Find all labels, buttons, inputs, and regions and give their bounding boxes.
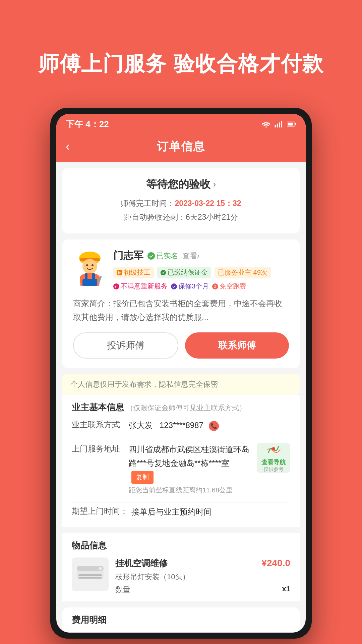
hero-section: 师傅上门服务 验收合格才付款	[0, 0, 362, 108]
fee-title: 费用明细	[72, 614, 290, 626]
owner-info-subtitle: （仅限保证金师傅可见业主联系方式）	[126, 404, 246, 412]
completion-time: 2023-03-22 15：32	[175, 199, 241, 208]
tag-level: 技 初级技工	[113, 267, 154, 278]
status-icons	[261, 121, 296, 127]
item-image	[72, 557, 109, 591]
svg-point-11	[86, 264, 88, 266]
privacy-notice: 个人信息仅用于发布需求，隐私信息完全保密	[62, 374, 300, 395]
contact-phone: 123****8987	[160, 421, 203, 430]
quantity-value: x1	[282, 585, 290, 593]
item-quantity: 数量 x1	[115, 585, 290, 595]
svg-rect-15	[82, 279, 97, 286]
contact-row: 业主联系方式 张大发 123****8987 📞	[72, 419, 290, 432]
item-details: 挂机空调维修 ¥240.0 枝形吊灯安装（10头） 数量 x1	[115, 557, 290, 595]
svg-rect-31	[78, 577, 102, 579]
battery-icon	[287, 121, 296, 127]
owner-info-section: 业主基本信息 （仅限保证金师傅可见业主联系方式） 业主联系方式 张大发 123*…	[62, 395, 300, 527]
complaint-button[interactable]: 投诉师傅	[73, 332, 178, 359]
item-sub: 枝形吊灯安装（10头）	[115, 572, 290, 582]
tech-name: 门志军	[113, 249, 143, 263]
badge-free-trip: ⊘ 免空跑费	[212, 282, 246, 291]
fee-section: 费用明细	[62, 607, 300, 633]
badge-warranty: 保修3个月	[171, 282, 209, 291]
distance-text: 距您当前坐标直线距离约11.68公里	[129, 486, 249, 495]
svg-rect-1	[275, 125, 276, 128]
tech-tags: 技 初级技工 已缴纳保证金 已服务业主 49次	[113, 267, 289, 278]
tech-badges: ♥ 不满意重新服务 保修3个月 ⊘ 免空跑费	[113, 282, 289, 291]
header-title: 订单信息	[157, 139, 205, 154]
expected-time-row: 期望上门时间： 接单后与业主预约时间	[72, 505, 290, 519]
tech-info: 门志军 已实名 查看› 技 初级技工	[113, 249, 289, 291]
contact-name: 张大发	[129, 421, 153, 430]
svg-text:⊘: ⊘	[214, 284, 217, 288]
address-text: 四川省成都市武侯区桂溪街道环岛路***号复地金融岛**栋****室 复制	[129, 443, 249, 484]
contact-value: 张大发 123****8987 📞	[129, 419, 290, 432]
svg-rect-4	[281, 121, 282, 127]
svg-point-20	[161, 270, 166, 275]
address-label: 上门服务地址	[72, 443, 125, 454]
technician-card: 门志军 已实名 查看› 技 初级技工	[62, 239, 300, 368]
address-row: 上门服务地址 四川省成都市武侯区桂溪街道环岛路***号复地金融岛**栋****室…	[72, 443, 290, 495]
view-link[interactable]: 查看›	[182, 251, 199, 261]
acceptance-title[interactable]: 等待您的验收 ›	[73, 177, 289, 192]
expected-time-value: 接单后与业主预约时间	[131, 505, 290, 519]
items-section: 物品信息 挂机空调维修 ¥240.0	[62, 533, 300, 601]
svg-rect-30	[78, 574, 102, 576]
tech-description: 商家简介：报价已包含安装书柜的全套费用，中途不会再收取其他费用，请放心选择我的优…	[73, 297, 289, 324]
phone-icon[interactable]: 📞	[209, 421, 219, 431]
map-icon	[265, 443, 282, 456]
owner-info-title: 业主基本信息 （仅限保证金师傅可见业主联系方式）	[72, 401, 290, 413]
svg-rect-3	[279, 122, 280, 127]
avatar	[73, 249, 107, 286]
tech-buttons: 投诉师傅 联系师傅	[73, 332, 289, 359]
badge-redo: ♥ 不满意重新服务	[113, 282, 168, 291]
svg-rect-7	[288, 123, 293, 126]
svg-point-0	[265, 126, 267, 127]
copy-button[interactable]: 复制	[131, 471, 154, 484]
expected-time-label: 期望上门时间：	[72, 505, 128, 517]
item-row: 挂机空调维修 ¥240.0 枝形吊灯安装（10头） 数量 x1	[72, 557, 290, 595]
wifi-icon	[261, 121, 271, 127]
svg-point-12	[92, 264, 94, 266]
map-preview[interactable]: 查看导航 仅供参考	[257, 443, 290, 473]
status-bar: 下午 4：22	[56, 114, 306, 133]
items-title: 物品信息	[72, 540, 290, 551]
back-button[interactable]: ‹	[66, 140, 70, 154]
svg-text:技: 技	[117, 271, 121, 275]
verified-badge: 已实名	[147, 251, 178, 261]
phone-mockup: 下午 4：22	[50, 108, 312, 639]
ac-unit-icon	[75, 564, 105, 584]
divider-2	[72, 502, 290, 502]
tag-service-count: 已服务业主 49次	[215, 267, 271, 278]
app-header: ‹ 订单信息	[56, 133, 306, 162]
item-price: ¥240.0	[261, 558, 290, 569]
svg-text:♥: ♥	[115, 285, 117, 288]
contact-button[interactable]: 联系师傅	[185, 332, 289, 359]
svg-point-32	[99, 567, 102, 570]
acceptance-card: 等待您的验收 › 师傅完工时间：2023-03-22 15：32 距自动验收还剩…	[62, 168, 300, 234]
countdown-text: 距自动验收还剩：6天23小时21分	[124, 213, 238, 221]
svg-point-17	[147, 252, 155, 260]
svg-rect-6	[295, 123, 296, 125]
svg-rect-2	[277, 124, 278, 127]
svg-point-23	[171, 283, 177, 289]
contact-label: 业主联系方式	[72, 419, 125, 430]
svg-point-10	[82, 259, 97, 274]
item-name: 挂机空调维修	[115, 557, 168, 569]
map-sub: 仅供参考	[263, 466, 284, 473]
tag-deposit: 已缴纳保证金	[157, 267, 211, 278]
signal-icon	[274, 121, 284, 127]
divider-1	[72, 440, 290, 440]
map-label: 查看导航	[261, 458, 286, 466]
hero-title: 师傅上门服务 验收合格才付款	[20, 50, 342, 77]
tech-name-row: 门志军 已实名 查看›	[113, 249, 289, 263]
acceptance-detail: 师傅完工时间：2023-03-22 15：32 距自动验收还剩：6天23小时21…	[73, 197, 289, 224]
phone-screen: 下午 4：22	[56, 114, 306, 633]
address-block: 四川省成都市武侯区桂溪街道环岛路***号复地金融岛**栋****室 复制 距您当…	[129, 443, 249, 495]
tech-top: 门志军 已实名 查看› 技 初级技工	[73, 249, 289, 291]
acceptance-chevron: ›	[213, 179, 216, 190]
status-time: 下午 4：22	[66, 118, 109, 130]
